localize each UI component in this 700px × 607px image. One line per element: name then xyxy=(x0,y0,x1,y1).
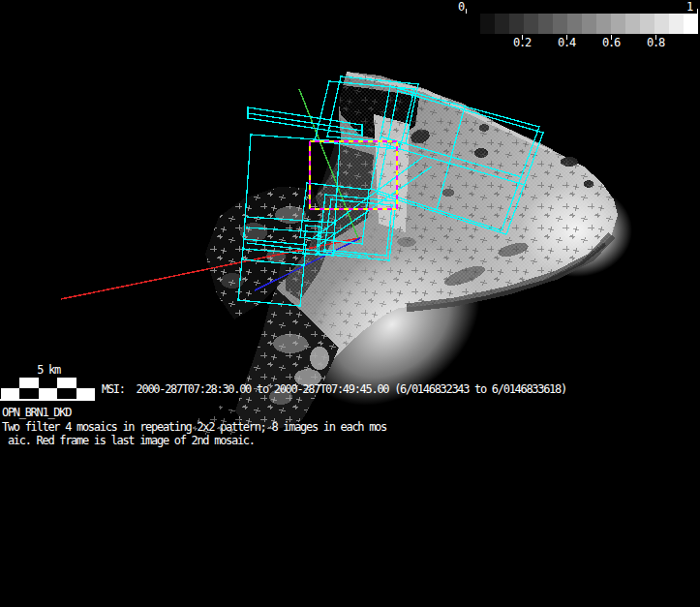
colorbar-gradient xyxy=(466,14,698,34)
colorbar-tick-label: 0.4 xyxy=(554,37,579,49)
sequence-name-label: OPN_BRN1_DKD xyxy=(2,407,71,419)
colorbar-tick-label: 0.6 xyxy=(598,37,624,49)
scale-bar-baseline xyxy=(0,399,95,401)
colorbar-min-label: 0 xyxy=(458,1,464,14)
msi-sequence-viewer: 0 1 0.2 0.4 0.6 0.8 5 km MSI: 2000-287T0… xyxy=(0,0,700,607)
colorbar-tick-label: 0.2 xyxy=(509,37,534,49)
asteroid-3d-view[interactable] xyxy=(0,0,700,607)
colorbar-tick-label: 0.8 xyxy=(643,37,668,49)
scale-bar-checker-row xyxy=(1,378,95,388)
observation-time-status: MSI: 2000-287T07:28:30.00 to 2000-287T07… xyxy=(102,383,566,396)
caption-line-1: Two filter 4 mosaics in repeating 2x2 pa… xyxy=(2,421,386,434)
scale-bar-label: 5 km xyxy=(25,364,72,377)
colorbar: 0 1 0.2 0.4 0.6 0.8 xyxy=(455,0,700,56)
caption-line-2: aic. Red frame is last image of 2nd mosa… xyxy=(2,435,255,447)
scale-bar: 5 km xyxy=(0,364,107,403)
colorbar-max-label: 1 xyxy=(686,1,692,14)
scale-bar-checker-row xyxy=(1,388,95,399)
